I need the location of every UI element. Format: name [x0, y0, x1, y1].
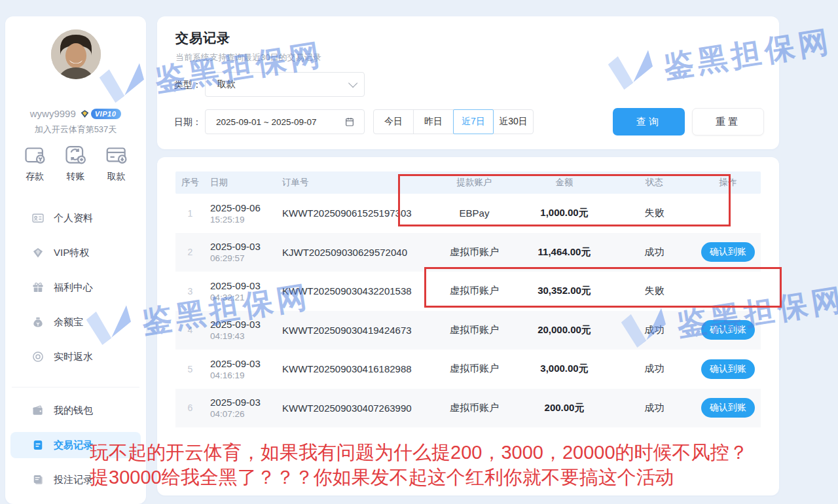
withdraw-account: 虚拟币账户: [433, 246, 515, 259]
range-30days-button[interactable]: 近30日: [493, 109, 534, 134]
order-number: KWWT202509030407263990: [282, 403, 433, 414]
status: 失败: [613, 285, 695, 297]
sidebar-item-label: 福利中心: [54, 281, 93, 294]
row-date: 2025-09-0304:16:19: [205, 358, 282, 380]
row-index: 3: [175, 286, 205, 297]
vip-badge: VIP10: [80, 109, 121, 119]
sidebar: wywy9999 VIP10 加入开云体育第537天 存款: [5, 16, 146, 504]
sidebar-item-transactions[interactable]: 交易记录: [10, 432, 141, 458]
sidebar-item-yuebao[interactable]: 余额宝: [10, 309, 141, 335]
withdraw-account: 虚拟币账户: [433, 363, 515, 375]
sidebar-divider: [12, 387, 139, 387]
sidebar-item-profile[interactable]: 个人资料: [10, 205, 141, 231]
sidebar-item-welfare[interactable]: 福利中心: [10, 274, 141, 300]
profile-card-icon: [31, 211, 45, 225]
range-yesterday-button[interactable]: 昨日: [413, 109, 454, 134]
sidebar-item-wallet[interactable]: 我的钱包: [10, 397, 141, 423]
vip-level-label: VIP10: [91, 109, 121, 119]
table-row: 2 2025-09-0306:29:57 KJWT202509030629572…: [175, 233, 761, 272]
deposit-button[interactable]: 存款: [22, 142, 47, 183]
order-number: KWWT202509030432201538: [282, 285, 433, 297]
order-number: KWWT202509030416182988: [282, 363, 433, 374]
withdraw-card-icon: [104, 142, 129, 167]
type-select-value: 取款: [217, 79, 236, 90]
order-number: KWWT202509061525197303: [282, 207, 433, 219]
range-today-button[interactable]: 今日: [373, 109, 414, 134]
col-index: 序号: [175, 177, 205, 189]
amount: 30,352.00元: [515, 285, 613, 297]
rebate-icon: [31, 350, 45, 363]
amount: 3,000.00元: [515, 363, 613, 375]
wallet-icon: [31, 404, 45, 417]
date-value: 2025-09-03: [210, 280, 282, 291]
amount: 11,464.00元: [515, 246, 613, 259]
table-row: 5 2025-09-0304:16:19 KWWT202509030416182…: [175, 350, 761, 389]
amount: 20,000.00元: [515, 324, 613, 336]
row-index: 4: [175, 325, 205, 335]
sidebar-item-label: 投注记录: [54, 474, 93, 486]
transfer-label: 转账: [66, 171, 84, 183]
row-index: 1: [175, 208, 205, 219]
reset-button[interactable]: 重置: [692, 108, 764, 135]
order-number: KJWT202509030629572040: [282, 247, 433, 258]
transaction-record-icon: [31, 439, 45, 452]
withdraw-label: 取款: [107, 171, 126, 183]
search-button[interactable]: 查询: [613, 108, 685, 135]
status: 成功: [613, 324, 695, 336]
gift-icon: [31, 281, 45, 294]
join-days-text: 加入开云体育第537天: [5, 124, 146, 135]
avatar[interactable]: [51, 29, 101, 79]
time-value: 04:19:43: [210, 331, 282, 341]
bet-record-icon: [31, 473, 45, 486]
sidebar-item-bets[interactable]: 投注记录: [10, 467, 141, 493]
time-value: 15:25:19: [210, 215, 282, 225]
time-value: 04:16:19: [210, 370, 282, 380]
filter-panel: 交易记录 当前系统支持查询最近30日的交易记录 类型： 取款 日期： 2025-…: [157, 16, 779, 149]
quick-range-group: 今日 昨日 近7日 近30日: [373, 109, 534, 134]
date-range-input[interactable]: 2025-09-01 ~ 2025-09-07: [205, 109, 365, 134]
username: wywy9999: [30, 108, 76, 119]
time-value: 06:29:57: [210, 253, 282, 263]
col-date: 日期: [205, 177, 282, 189]
money-bag-icon: [31, 315, 45, 329]
status: 成功: [613, 402, 695, 414]
status: 成功: [613, 246, 695, 259]
avatar-image: [51, 29, 101, 79]
transactions-table: 序号 日期 订单号 提款账户 金额 状态 操作 1 2025-09-0615:2…: [175, 171, 761, 427]
row-index: 2: [175, 247, 205, 257]
confirm-receipt-button[interactable]: 确认到账: [701, 398, 755, 418]
row-date: 2025-09-0304:07:26: [205, 397, 282, 419]
range-7days-button[interactable]: 近7日: [453, 109, 494, 134]
sidebar-item-label: VIP特权: [54, 247, 89, 259]
deposit-label: 存款: [26, 171, 44, 183]
sidebar-item-label: 余额宝: [54, 316, 83, 329]
amount: 1,000.00元: [515, 207, 613, 219]
type-select[interactable]: 取款: [205, 72, 365, 97]
row-date: 2025-09-0615:25:19: [205, 202, 282, 225]
sidebar-item-rebate[interactable]: 实时返水: [10, 344, 141, 370]
transfer-button[interactable]: 转账: [63, 142, 88, 183]
row-date: 2025-09-0304:19:43: [205, 319, 282, 341]
status: 成功: [613, 363, 695, 375]
table-row: 3 2025-09-0304:32:21 KWWT202509030432201…: [175, 272, 761, 311]
sidebar-wallet-menu: 我的钱包 交易记录 投注记录: [5, 397, 146, 501]
table-row: 4 2025-09-0304:19:43 KWWT202509030419424…: [175, 311, 761, 350]
withdraw-account: 虚拟币账户: [433, 324, 515, 336]
col-amount: 金额: [515, 177, 613, 189]
sidebar-item-label: 我的钱包: [54, 405, 93, 417]
confirm-receipt-button[interactable]: 确认到账: [701, 359, 755, 379]
date-range-value: 2025-09-01 ~ 2025-09-07: [216, 117, 317, 127]
col-order: 订单号: [282, 177, 433, 189]
time-value: 04:07:26: [210, 409, 282, 419]
order-number: KWWT202509030419424673: [282, 325, 433, 336]
confirm-receipt-button[interactable]: 确认到账: [701, 320, 755, 340]
vip-privilege-icon: [31, 246, 45, 259]
withdraw-button[interactable]: 取款: [104, 142, 129, 183]
table-row: 6 2025-09-0304:07:26 KWWT202509030407263…: [175, 389, 761, 428]
confirm-receipt-button[interactable]: 确认到账: [701, 242, 755, 262]
transfer-icon: [63, 142, 88, 167]
date-label: 日期：: [174, 117, 202, 128]
sidebar-item-vip[interactable]: VIP特权: [10, 240, 141, 266]
col-status: 状态: [613, 177, 695, 189]
table-header-row: 序号 日期 订单号 提款账户 金额 状态 操作: [175, 171, 761, 194]
